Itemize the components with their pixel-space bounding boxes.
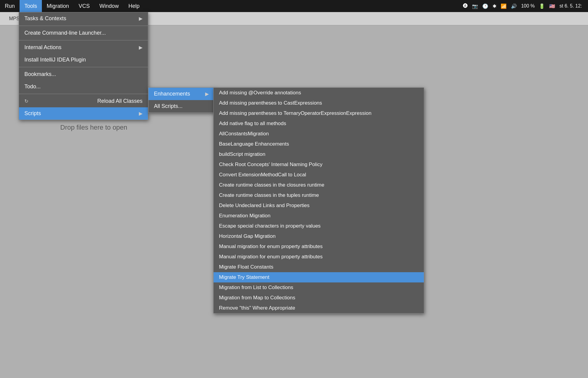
menubar-window[interactable]: Window — [95, 0, 124, 12]
menu-icon-camera: 📷 — [472, 3, 478, 9]
menu-todo[interactable]: Todo... — [19, 80, 148, 93]
menu-intellij-plugin[interactable]: Install IntelliJ IDEA Plugin — [19, 54, 148, 66]
enhancement-item-label-3: Add native flag to all methods — [219, 121, 286, 127]
menu-cmd-launcher[interactable]: Create Command-line Launcher... — [19, 27, 148, 39]
enhancement-item-13[interactable]: Escape special characters in property va… — [214, 221, 424, 231]
battery-icon: 🔋 — [539, 3, 545, 9]
enhancement-item-label-15: Manual migration for enum property attri… — [219, 244, 323, 250]
menu-tasks-contexts-label: Tasks & Contexts — [24, 15, 66, 22]
battery-label: 100 % — [521, 3, 535, 9]
enhancement-item-label-10: Create runtime classes in the tuples run… — [219, 192, 319, 198]
enhancements-menu: Add missing @Override annotationsAdd mis… — [213, 87, 424, 313]
enhancement-item-8[interactable]: Convert ExtensionMethodCall to Local — [214, 170, 424, 180]
flag-icon: 🇺🇸 — [549, 3, 555, 9]
scripts-all-scripts[interactable]: All Scripts... — [149, 100, 214, 112]
arrow-icon-enhancements: ▶ — [205, 91, 209, 97]
enhancement-item-label-19: Migration from List to Collections — [219, 285, 293, 291]
enhancement-item-17[interactable]: Migrate Float Constants — [214, 262, 424, 272]
menubar-tools[interactable]: Tools — [20, 0, 42, 12]
menu-cmd-launcher-label: Create Command-line Launcher... — [24, 30, 106, 36]
scripts-enhancements-label: Enhancements — [154, 91, 190, 97]
enhancement-item-9[interactable]: Create runtime classes in the closures r… — [214, 180, 424, 190]
separator-3 — [19, 67, 148, 67]
enhancement-item-label-11: Delete Undeclared Links and Properties — [219, 203, 310, 209]
menu-tasks-contexts[interactable]: Tasks & Contexts ▶ — [19, 12, 148, 25]
datetime-label: st 6. 5. 12: — [559, 3, 582, 9]
enhancement-item-6[interactable]: buildScript migration — [214, 149, 424, 159]
enhancement-item-label-12: Enumeration Migration — [219, 213, 271, 219]
enhancement-item-11[interactable]: Delete Undeclared Links and Properties — [214, 200, 424, 211]
scripts-enhancements[interactable]: Enhancements ▶ — [149, 88, 214, 100]
enhancement-item-4[interactable]: AllConstantsMigration — [214, 129, 424, 139]
shortcut-drop-files-label: Drop files here to open — [60, 124, 127, 131]
shortcut-drop-files: Drop files here to open — [60, 124, 128, 131]
menu-icon-bluetooth: ✱ — [493, 3, 496, 9]
enhancement-item-label-7: Check Root Concepts' Internal Naming Pol… — [219, 162, 322, 168]
enhancement-item-label-18: Migrate Try Statement — [219, 274, 269, 280]
enhancement-item-14[interactable]: Horizontal Gap Migration — [214, 231, 424, 241]
tools-menu: Tasks & Contexts ▶ Create Command-line L… — [19, 12, 148, 120]
enhancement-item-label-8: Convert ExtensionMethodCall to Local — [219, 172, 306, 178]
enhancement-item-5[interactable]: BaseLanguage Enhancements — [214, 139, 424, 149]
scripts-all-scripts-label: All Scripts... — [154, 103, 183, 109]
reload-icon: ↻ — [24, 98, 28, 104]
enhancement-item-20[interactable]: Migration from Map to Collections — [214, 293, 424, 303]
enhancement-item-label-5: BaseLanguage Enhancements — [219, 141, 289, 147]
enhancement-item-21[interactable]: Remove "this" Where Appropriate — [214, 303, 424, 313]
menu-todo-label: Todo... — [24, 83, 41, 90]
menubar-vcs[interactable]: VCS — [74, 0, 95, 12]
menu-internal-actions[interactable]: Internal Actions ▶ — [19, 41, 148, 54]
separator-2 — [19, 40, 148, 40]
menubar-help[interactable]: Help — [124, 0, 144, 12]
menu-icon-wifi: 📶 — [501, 3, 507, 9]
menu-reload-all-classes[interactable]: ↻ Reload All Classes — [19, 95, 148, 107]
menu-icon-agent: 🅐 — [463, 3, 468, 9]
enhancement-item-3[interactable]: Add native flag to all methods — [214, 118, 424, 129]
enhancement-item-1[interactable]: Add missing parentheses to CastExpressio… — [214, 98, 424, 108]
enhancement-item-label-2: Add missing parentheses to TernaryOperat… — [219, 110, 371, 116]
enhancement-item-label-20: Migration from Map to Collections — [219, 295, 295, 301]
menubar-right: 🅐 📷 🕐 ✱ 📶 🔊 100 % 🔋 🇺🇸 st 6. 5. 12: — [463, 3, 588, 9]
arrow-icon-internal: ▶ — [139, 45, 142, 50]
enhancement-item-label-16: Manual migration for enum property attri… — [219, 254, 323, 260]
enhancement-item-label-14: Horizontal Gap Migration — [219, 233, 276, 239]
arrow-icon-scripts: ▶ — [139, 111, 142, 116]
enhancement-item-19[interactable]: Migration from List to Collections — [214, 282, 424, 293]
enhancement-item-0[interactable]: Add missing @Override annotations — [214, 88, 424, 98]
separator-1 — [19, 26, 148, 26]
enhancement-item-label-17: Migrate Float Constants — [219, 264, 273, 270]
menubar: Run Tools Migration VCS Window Help 🅐 📷 … — [0, 0, 588, 12]
enhancement-item-16[interactable]: Manual migration for enum property attri… — [214, 252, 424, 262]
menu-scripts[interactable]: Scripts ▶ — [19, 107, 148, 120]
enhancement-item-label-21: Remove "this" Where Appropriate — [219, 305, 295, 311]
enhancement-item-label-0: Add missing @Override annotations — [219, 90, 301, 96]
enhancement-item-label-1: Add missing parentheses to CastExpressio… — [219, 100, 322, 106]
enhancement-item-12[interactable]: Enumeration Migration — [214, 211, 424, 221]
enhancement-item-10[interactable]: Create runtime classes in the tuples run… — [214, 190, 424, 200]
enhancement-item-label-9: Create runtime classes in the closures r… — [219, 182, 324, 188]
enhancement-item-2[interactable]: Add missing parentheses to TernaryOperat… — [214, 108, 424, 118]
menu-reload-all-classes-label: Reload All Classes — [97, 98, 142, 104]
enhancement-item-15[interactable]: Manual migration for enum property attri… — [214, 241, 424, 252]
menu-internal-actions-label: Internal Actions — [24, 44, 61, 51]
menu-bookmarks-label: Bookmarks... — [24, 71, 56, 77]
enhancement-item-7[interactable]: Check Root Concepts' Internal Naming Pol… — [214, 159, 424, 170]
enhancement-item-label-6: buildScript migration — [219, 151, 265, 157]
enhancement-item-18[interactable]: Migrate Try Statement — [214, 272, 424, 282]
enhancement-item-label-13: Escape special characters in property va… — [219, 223, 321, 229]
arrow-icon: ▶ — [139, 16, 142, 21]
menu-icon-volume: 🔊 — [511, 3, 517, 9]
menubar-migration[interactable]: Migration — [42, 0, 74, 12]
menu-bookmarks[interactable]: Bookmarks... — [19, 68, 148, 80]
menu-scripts-label: Scripts — [24, 110, 41, 117]
menubar-run[interactable]: Run — [0, 0, 20, 12]
enhancement-item-label-4: AllConstantsMigration — [219, 131, 269, 137]
scripts-menu: Enhancements ▶ All Scripts... — [148, 87, 214, 113]
menu-icon-clock: 🕐 — [482, 3, 488, 9]
menu-intellij-plugin-label: Install IntelliJ IDEA Plugin — [24, 57, 86, 63]
separator-4 — [19, 94, 148, 94]
